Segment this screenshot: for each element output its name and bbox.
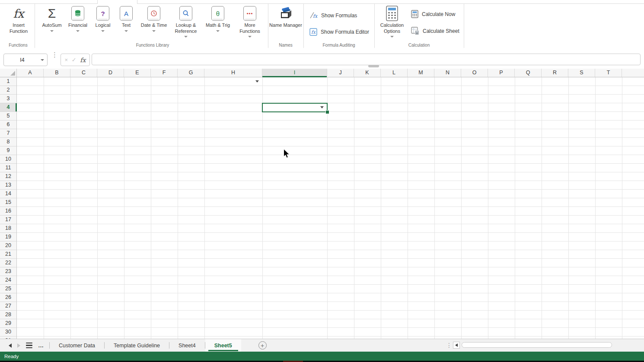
row-header-15[interactable]: 15 — [0, 198, 16, 207]
cancel-icon[interactable]: × — [65, 57, 68, 63]
column-header-H[interactable]: H — [204, 69, 262, 77]
worksheet-grid: ABCDEFGHIJKLMNOPQRST 1234567891011121314… — [0, 69, 644, 339]
sheet-tab-template-guideline[interactable]: Template Guideline — [105, 339, 169, 352]
calculate-sheet-label: Calculate Sheet — [423, 28, 459, 34]
row-header-16[interactable]: 16 — [0, 207, 16, 216]
calculate-sheet-button[interactable]: Calculate Sheet — [411, 27, 459, 35]
financial-button[interactable]: Financial — [65, 4, 91, 32]
date-time-button[interactable]: Date & Time — [140, 4, 167, 32]
group-divider — [303, 4, 304, 48]
formula-bar-divider-icon[interactable]: ⋮ — [51, 53, 58, 57]
row-header-4[interactable]: 4 — [0, 103, 16, 112]
calculate-now-button[interactable]: Calculate Now — [411, 10, 455, 18]
gridline — [568, 77, 569, 339]
column-header-E[interactable]: E — [124, 69, 151, 77]
sheet-tab-customer-data[interactable]: Customer Data — [50, 339, 104, 352]
add-sheet-button[interactable]: + — [258, 341, 267, 349]
cell-dropdown-icon-H1[interactable] — [255, 80, 259, 83]
column-header-F[interactable]: F — [151, 69, 178, 77]
text-button[interactable]: A Text — [116, 4, 137, 32]
column-header-Q[interactable]: Q — [515, 69, 542, 77]
column-header-T[interactable]: T — [595, 69, 622, 77]
calculation-options-button[interactable]: Calculation Options — [374, 4, 410, 38]
calculate-now-label: Calculate Now — [422, 11, 455, 17]
next-sheet-icon[interactable] — [17, 343, 20, 348]
autosum-button[interactable]: Σ AutoSum — [39, 4, 65, 32]
chevron-down-icon — [124, 30, 128, 32]
math-trig-button[interactable]: θ Math & Trig — [202, 4, 234, 32]
column-header-R[interactable]: R — [542, 69, 568, 77]
group-divider — [35, 4, 35, 48]
scrollbar-grip-icon[interactable]: ⋮ — [446, 343, 452, 347]
mini-scroll-indicator[interactable] — [368, 65, 379, 67]
row-header-12[interactable]: 12 — [0, 172, 16, 181]
insert-function-icon[interactable]: fx — [80, 57, 86, 64]
row-header-1[interactable]: 1 — [0, 77, 16, 86]
row-header-26[interactable]: 26 — [0, 293, 16, 302]
row-header-6[interactable]: 6 — [0, 121, 16, 129]
row-header-14[interactable]: 14 — [0, 190, 16, 198]
row-header-11[interactable]: 11 — [0, 164, 16, 172]
name-box[interactable]: I4 — [3, 54, 48, 66]
column-header-D[interactable]: D — [97, 69, 124, 77]
name-box-value: I4 — [4, 57, 41, 63]
column-header-L[interactable]: L — [381, 69, 408, 77]
row-header-13[interactable]: 13 — [0, 181, 16, 190]
row-header-18[interactable]: 18 — [0, 224, 16, 233]
select-all-corner[interactable] — [0, 69, 17, 77]
row-header-17[interactable]: 17 — [0, 216, 16, 224]
lookup-reference-button[interactable]: Lookup & Reference — [168, 4, 204, 38]
row-header-21[interactable]: 21 — [0, 250, 16, 259]
row-header-24[interactable]: 24 — [0, 276, 16, 285]
column-header-J[interactable]: J — [327, 69, 354, 77]
row-header-5[interactable]: 5 — [0, 112, 16, 121]
row-header-10[interactable]: 10 — [0, 155, 16, 164]
row-header-27[interactable]: 27 — [0, 302, 16, 311]
row-headers: 1234567891011121314151617181920212223242… — [0, 77, 17, 339]
row-header-8[interactable]: 8 — [0, 138, 16, 146]
row-header-28[interactable]: 28 — [0, 311, 16, 319]
row-header-7[interactable]: 7 — [0, 129, 16, 138]
accept-icon[interactable]: ✓ — [72, 57, 77, 63]
row-header-30[interactable]: 30 — [0, 328, 16, 337]
more-functions-button[interactable]: ••• More Functions — [235, 4, 265, 38]
insert-function-button[interactable]: fx Insert Function — [3, 4, 34, 34]
selected-cell[interactable] — [262, 103, 328, 112]
column-header-O[interactable]: O — [461, 69, 488, 77]
row-header-2[interactable]: 2 — [0, 86, 16, 95]
sheet-list-menu-icon[interactable] — [26, 343, 32, 348]
row-header-20[interactable]: 20 — [0, 241, 16, 250]
more-sheets-icon[interactable]: … — [38, 343, 44, 348]
column-header-N[interactable]: N — [434, 69, 461, 77]
column-header-M[interactable]: M — [408, 69, 434, 77]
horizontal-scrollbar-thumb[interactable] — [462, 342, 612, 348]
scroll-left-button[interactable] — [453, 342, 460, 349]
row-header-29[interactable]: 29 — [0, 319, 16, 328]
column-header-I[interactable]: I — [262, 69, 327, 77]
row-header-3[interactable]: 3 — [0, 95, 16, 103]
show-formula-editor-button[interactable]: fx Show Formula Editor — [309, 28, 369, 36]
row-header-9[interactable]: 9 — [0, 146, 16, 155]
column-header-G[interactable]: G — [178, 69, 204, 77]
row-header-22[interactable]: 22 — [0, 259, 16, 267]
column-header-C[interactable]: C — [70, 69, 97, 77]
formula-input[interactable] — [92, 54, 641, 65]
prev-sheet-icon[interactable] — [9, 343, 12, 348]
show-formulas-button[interactable]: fx Show Formulas — [309, 12, 357, 19]
column-header-A[interactable]: A — [17, 69, 44, 77]
ribbon-tab-strip — [0, 0, 644, 4]
sheet-tab-sheet4[interactable]: Sheet4 — [169, 339, 205, 352]
column-header-B[interactable]: B — [44, 69, 70, 77]
row-header-23[interactable]: 23 — [0, 267, 16, 276]
row-header-19[interactable]: 19 — [0, 233, 16, 241]
column-header-K[interactable]: K — [354, 69, 381, 77]
name-manager-button[interactable]: Name Manager — [269, 4, 302, 29]
sheet-tab-sheet5[interactable]: Sheet5 — [205, 339, 241, 352]
column-header-P[interactable]: P — [488, 69, 515, 77]
cell-dropdown-icon-I4[interactable] — [320, 106, 324, 108]
cells-area[interactable] — [17, 77, 644, 339]
row-header-25[interactable]: 25 — [0, 285, 16, 293]
logical-button[interactable]: ? Logical — [91, 4, 115, 32]
column-header-S[interactable]: S — [568, 69, 595, 77]
fill-handle[interactable] — [325, 110, 329, 114]
